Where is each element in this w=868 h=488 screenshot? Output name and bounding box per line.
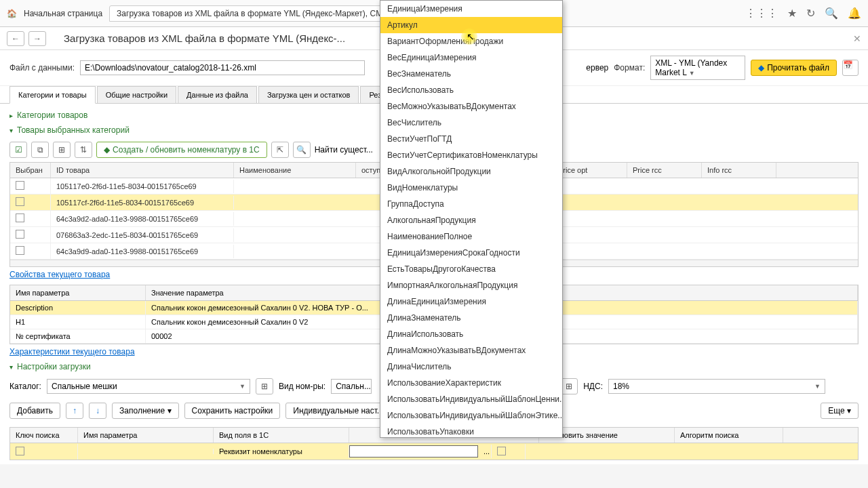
read-file-button[interactable]: ◆Прочитать файл <box>751 60 837 76</box>
file-label: Файл с данными: <box>9 63 75 73</box>
individual-settings-button[interactable]: Индивидуальные наст... <box>285 403 391 419</box>
field-dropdown[interactable]: ЕдиницаИзмеренияАртикулВариантОформления… <box>380 0 563 438</box>
file-path-input[interactable] <box>80 60 365 75</box>
export-button[interactable]: ⇱ <box>271 142 289 158</box>
dropdown-item[interactable]: ИспользованиеХарактеристик <box>380 375 562 391</box>
nds-label: НДС: <box>583 382 603 391</box>
save-settings-button[interactable]: Сохранить настройки <box>184 403 281 419</box>
add-button[interactable]: Добавить <box>9 403 60 419</box>
load-row[interactable]: Реквизит номенклатуры ... <box>10 443 858 460</box>
search-icon[interactable]: 🔍 <box>825 7 838 20</box>
check-all-button[interactable]: ☑ <box>9 142 27 158</box>
breadcrumb-tab[interactable]: Загрузка товаров из XML файла в формате … <box>109 5 423 22</box>
catalog-open-button[interactable]: ⊞ <box>256 378 273 394</box>
dropdown-item[interactable]: ВариантОформленияПродажи <box>380 33 562 49</box>
dropdown-item[interactable]: ВесМожноУказыватьВДокументах <box>380 98 562 115</box>
tree-button[interactable]: ⊞ <box>53 142 71 158</box>
dropdown-item[interactable]: ГруппаДоступа <box>380 196 562 212</box>
dropdown-item[interactable]: ВидНоменклатуры <box>380 180 562 196</box>
vid-label: Вид ном-ры: <box>279 382 326 391</box>
dropdown-item[interactable]: ДлинаИспользовать <box>380 326 562 342</box>
home-icon[interactable]: 🏠 <box>7 9 17 18</box>
move-down-button[interactable]: ↓ <box>89 403 106 419</box>
format-select[interactable]: XML - YML (Yandex Market L ▼ <box>650 56 745 80</box>
search-button[interactable]: 🔍 <box>293 142 311 158</box>
server-hint: ервер <box>586 63 608 73</box>
dropdown-item[interactable]: ИспользоватьИндивидуальныйШаблонЦенни... <box>380 391 562 407</box>
vid-select[interactable]: Спальн... <box>331 379 372 394</box>
back-button[interactable]: ← <box>7 31 24 46</box>
bell-icon[interactable]: 🔔 <box>848 7 861 20</box>
home-link[interactable]: Начальная страница <box>24 9 102 18</box>
forward-button[interactable]: → <box>28 31 46 46</box>
props-col-name: Имя параметра <box>10 285 146 300</box>
dropdown-item[interactable]: ЕдиницаИзмерения <box>380 1 562 17</box>
more-button[interactable]: Еще ▾ <box>821 403 859 419</box>
star-icon[interactable]: ★ <box>787 7 797 20</box>
tab-filedata[interactable]: Данные из файла <box>178 86 257 103</box>
dropdown-item[interactable]: ДлинаМожноУказыватьВДокументах <box>380 342 562 359</box>
dropdown-item[interactable]: ВестиУчетСертификатовНоменклатуры <box>380 147 562 163</box>
dropdown-item[interactable]: ВестиУчетПоГТД <box>380 131 562 147</box>
dropdown-item[interactable]: ДлинаЕдиницаИзмерения <box>380 293 562 310</box>
col-selected[interactable]: Выбран <box>10 163 51 178</box>
catalog-select[interactable]: Спальные мешки▼ <box>47 379 250 394</box>
fill-button[interactable]: Заполнение ▾ <box>112 403 178 419</box>
lcol-param: Имя параметра <box>78 428 214 443</box>
dropdown-item[interactable]: НаименованиеПолное <box>380 228 562 245</box>
lcol-algo: Алгоритм поиска <box>675 428 783 443</box>
col-priceopt[interactable]: Price opt <box>553 163 627 178</box>
dropdown-item[interactable]: ВидАлкогольнойПродукции <box>380 163 562 180</box>
col-inforcc[interactable]: Info rcc <box>702 163 776 178</box>
copy-button[interactable]: ⧉ <box>31 142 49 158</box>
dropdown-item[interactable]: ЕдиницаИзмеренияСрокаГодности <box>380 245 562 261</box>
dropdown-item[interactable]: ИспользоватьИндивидуальныйШаблонЭтике... <box>380 407 562 424</box>
dropdown-item[interactable]: Артикул <box>380 17 562 33</box>
move-up-button[interactable]: ↑ <box>66 403 83 419</box>
nds-select[interactable]: 18%▼ <box>608 379 825 394</box>
lcol-key: Ключ поиска <box>10 428 78 443</box>
dropdown-item[interactable]: ВесЗнаменатель <box>380 66 562 82</box>
dropdown-item[interactable]: ДлинаЧислитель <box>380 359 562 375</box>
page-title: Загрузка товаров из XML файла в формате … <box>64 33 345 44</box>
history-icon[interactable]: ↻ <box>806 7 815 20</box>
tab-general[interactable]: Общие настройки <box>97 86 176 103</box>
sort-button[interactable]: ⇅ <box>75 142 92 158</box>
vid-open-button[interactable]: ⊞ <box>560 378 578 394</box>
format-label: Формат: <box>614 63 645 73</box>
dropdown-item[interactable]: ИмпортнаяАлкогольнаяПродукция <box>380 277 562 293</box>
close-icon[interactable]: ✕ <box>853 33 861 44</box>
dropdown-item[interactable]: ВесЕдиницаИзмерения <box>380 49 562 66</box>
find-existing-label: Найти сущест... <box>315 145 373 155</box>
dropdown-item[interactable]: ДлинаЗнаменатель <box>380 310 562 326</box>
dropdown-item[interactable]: ВесИспользовать <box>380 82 562 98</box>
dropdown-item[interactable]: ЕстьТоварыДругогоКачества <box>380 261 562 277</box>
col-id[interactable]: ID товара <box>51 163 234 178</box>
catalog-label: Каталог: <box>9 382 41 391</box>
col-pricercc[interactable]: Price rcc <box>627 163 702 178</box>
dropdown-item[interactable]: АлкогольнаяПродукция <box>380 212 562 228</box>
lcol-field: Вид поля в 1С <box>214 428 349 443</box>
tab-prices[interactable]: Загрузка цен и остатков <box>258 86 359 103</box>
col-name[interactable]: Наименование <box>234 163 356 178</box>
create-nomenclature-button[interactable]: ◆Создать / обновить номенклатуру в 1С <box>96 142 267 158</box>
apps-icon[interactable]: ⋮⋮⋮ <box>745 7 778 20</box>
calendar-button[interactable]: 📅 <box>842 60 859 76</box>
tab-categories[interactable]: Категории и товары <box>9 86 96 104</box>
dropdown-item[interactable]: ВесЧислитель <box>380 115 562 131</box>
dropdown-item[interactable]: ИспользоватьУпаковки <box>380 424 562 438</box>
right-toolbar: ⋮⋮⋮ ★ ↻ 🔍 🔔 <box>745 7 861 20</box>
